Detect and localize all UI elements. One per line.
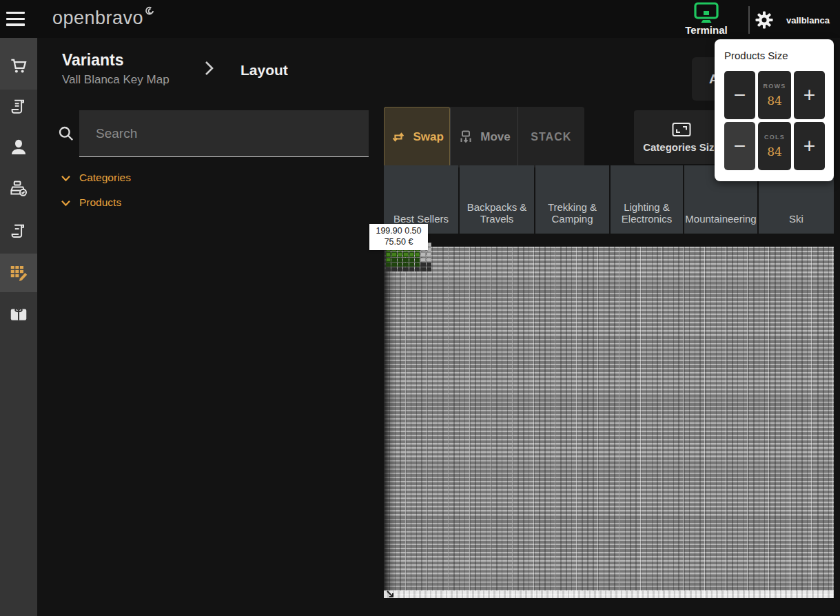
resize-icon (671, 121, 692, 138)
tree-label-products: Products (79, 196, 121, 209)
tree-item-categories[interactable]: Categories (61, 172, 131, 184)
sidebar-item-documents[interactable] (0, 212, 37, 250)
terminal-button[interactable]: Terminal (681, 2, 732, 38)
tooltip-price-line2: 75.50 € (369, 236, 428, 247)
plus-icon: + (803, 85, 816, 105)
minus-icon: − (734, 136, 746, 156)
sidebar-item-sales[interactable] (0, 46, 37, 85)
cols-increase-button[interactable]: + (794, 122, 825, 170)
stack-button[interactable]: STACK (518, 107, 584, 167)
popup-title: Products Size (724, 50, 824, 61)
logo-text: openbravo (52, 8, 143, 29)
search-icon[interactable] (57, 125, 75, 143)
section-title: Layout (240, 62, 288, 79)
sidebar-item-receipts[interactable] (0, 88, 37, 126)
tab-label: Mountaineering (685, 213, 756, 225)
cols-decrease-button[interactable]: − (724, 122, 755, 170)
mode-button-group: Swap Move STACK (384, 107, 584, 167)
sidebar-item-gift-cards[interactable] (0, 295, 37, 333)
settings-gear-icon[interactable] (754, 10, 775, 30)
chevron-down-icon (61, 199, 71, 207)
menu-icon[interactable] (6, 12, 25, 26)
swap-label: Swap (413, 130, 443, 144)
topbar-divider (748, 6, 750, 34)
terminal-label: Terminal (685, 24, 727, 36)
keymap-layout-grid[interactable] (384, 247, 834, 598)
page-subtitle: Vall Blanca Key Map (62, 73, 170, 87)
category-tab-lighting-electronics[interactable]: Lighting & Electronics (611, 165, 683, 234)
tree-item-products[interactable]: Products (61, 196, 121, 209)
tab-label: Trekking & Camping (535, 201, 609, 225)
move-button[interactable]: Move (451, 107, 518, 167)
swap-button[interactable]: Swap (384, 107, 451, 167)
search-input[interactable] (79, 110, 369, 157)
grid-corner-arrow-icon (385, 589, 396, 600)
stack-label: STACK (531, 131, 571, 143)
plus-icon: + (803, 136, 816, 156)
sidebar (0, 38, 37, 616)
tab-label: Best Sellers (393, 213, 449, 225)
rows-value: 84 (767, 94, 782, 107)
sidebar-item-cash-management[interactable] (0, 170, 37, 208)
terminal-icon (694, 2, 719, 23)
rows-increase-button[interactable]: + (794, 71, 825, 119)
username[interactable]: vallblanca (786, 15, 830, 25)
products-size-popup: Products Size − ROWS 84 + − COLS 84 + (715, 39, 834, 181)
top-bar: openbravo Terminal (0, 0, 840, 38)
rows-decrease-button[interactable]: − (724, 71, 755, 119)
minus-icon: − (734, 85, 746, 105)
document-icon (9, 221, 28, 240)
tab-label: Ski (789, 213, 803, 225)
customer-icon (8, 137, 29, 158)
tab-label: Lighting & Electronics (611, 201, 683, 225)
gift-card-icon (8, 304, 29, 325)
receipt-icon (9, 97, 28, 116)
move-label: Move (480, 130, 510, 144)
keymap-editor-icon (8, 263, 29, 283)
cart-icon (8, 55, 29, 76)
chevron-right-icon (204, 60, 215, 76)
logo-spiral-icon (145, 6, 154, 16)
move-icon (458, 129, 474, 145)
sidebar-item-customers[interactable] (0, 128, 37, 167)
tree-label-categories: Categories (79, 172, 131, 184)
category-tab-trekking-camping[interactable]: Trekking & Camping (535, 165, 609, 234)
cash-register-icon (8, 178, 29, 199)
swap-icon (390, 129, 407, 145)
cols-value: 84 (767, 145, 782, 158)
sidebar-item-keymap-editor[interactable] (0, 254, 37, 292)
tooltip-price-line1: 199.90 0.50 (369, 225, 428, 236)
categories-size-label: Categories Size (643, 141, 720, 154)
category-tab-backpacks-travels[interactable]: Backpacks & Travels (460, 165, 534, 234)
product-price-tooltip: 199.90 0.50 75.50 € (369, 224, 428, 250)
cols-value-cell: COLS 84 (758, 122, 791, 170)
openbravo-logo: openbravo (52, 8, 154, 29)
rows-value-cell: ROWS 84 (758, 71, 791, 119)
cols-label: COLS (764, 134, 785, 141)
page-title: Variants (62, 51, 124, 70)
rows-label: ROWS (764, 83, 786, 90)
tab-label: Backpacks & Travels (460, 201, 534, 225)
chevron-down-icon (61, 174, 71, 182)
